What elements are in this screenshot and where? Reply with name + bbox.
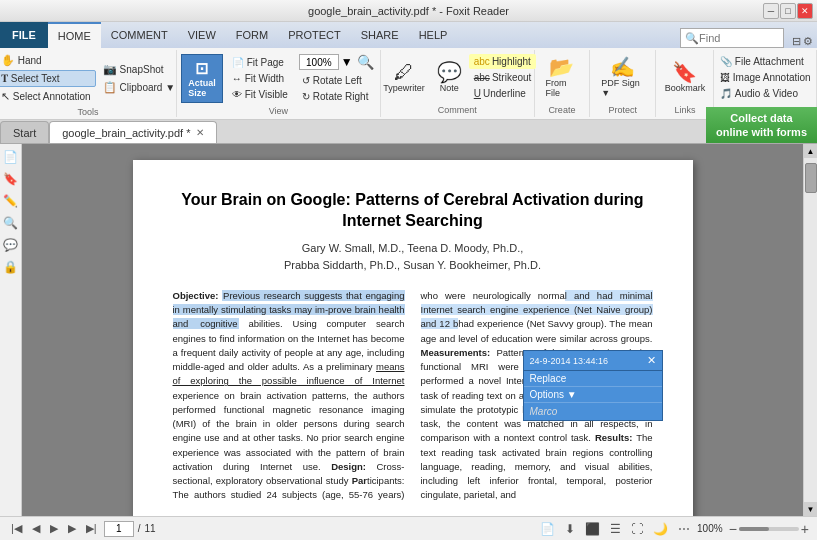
popup-close-btn[interactable]: ✕ (647, 354, 656, 367)
play-btn[interactable]: ▶ (47, 521, 61, 536)
view-label: View (269, 104, 288, 116)
image-annotation-button[interactable]: 🖼 Image Annotation (715, 70, 816, 85)
snapshot-icon: 📷 (103, 63, 117, 76)
abstract-label: Objective: (173, 290, 219, 301)
protect-group: ✍ PDF Sign ▼ Protect (590, 50, 656, 117)
comment-menu[interactable]: COMMENT (101, 22, 178, 48)
file-menu[interactable]: FILE (0, 22, 48, 48)
page-total-display: 100% (697, 523, 723, 534)
snapshot-button[interactable]: 📷 SnapShot (98, 61, 180, 78)
status-page-view-icon[interactable]: 📄 (537, 521, 558, 537)
create-group: 📂 From File Create (535, 50, 591, 117)
pdf-sign-icon: ✍ (610, 57, 635, 77)
status-more-icon[interactable]: ⋯ (675, 521, 693, 537)
tab-close-icon[interactable]: ✕ (196, 127, 204, 138)
sidebar-search-icon[interactable]: 🔍 (2, 214, 20, 232)
select-text-button[interactable]: 𝐓 Select Text (0, 70, 96, 87)
insert-buttons: 📎 File Attachment 🖼 Image Annotation 🎵 A… (715, 52, 816, 103)
fit-visible-button[interactable]: 👁 Fit Visible (227, 87, 293, 102)
actual-size-icon: ⊡ (195, 59, 208, 78)
popup-replace-row: Replace (524, 371, 662, 387)
annotation-popup: 24-9-2014 13:44:16 ✕ Replace Options ▼ M… (523, 350, 663, 421)
window-controls: ─ □ ✕ (763, 3, 813, 19)
next-page-btn[interactable]: ▶ (65, 521, 79, 536)
strikeout-button[interactable]: abc Strikeout (469, 70, 537, 85)
close-button[interactable]: ✕ (797, 3, 813, 19)
rotate-left-button[interactable]: ↺ Rotate Left (297, 73, 376, 88)
highlight-button[interactable]: abc Highlight (469, 54, 537, 69)
prev-page-btn[interactable]: ◀ (29, 521, 43, 536)
from-file-button[interactable]: 📂 From File (541, 54, 584, 101)
actual-size-button[interactable]: ⊡ Actual Size (181, 54, 223, 103)
results-label: Results: (595, 432, 632, 443)
menu-tabs: FILE HOME COMMENT VIEW FORM PROTECT SHAR… (0, 22, 817, 48)
rotate-right-button[interactable]: ↻ Rotate Right (297, 89, 376, 104)
help-menu[interactable]: HELP (409, 22, 458, 48)
options-label: Options ▼ (530, 389, 656, 400)
first-page-btn[interactable]: |◀ (8, 521, 25, 536)
ribbon-minimize-icon[interactable]: ⊟ (792, 35, 801, 48)
pdf-area: Your Brain on Google: Patterns of Cerebr… (22, 144, 803, 516)
collect-data-button[interactable]: Collect dataonline with forms (706, 107, 817, 143)
form-menu[interactable]: FORM (226, 22, 278, 48)
scroll-down-btn[interactable]: ▼ (804, 502, 818, 516)
popup-options-row: Options ▼ (524, 387, 662, 403)
scroll-up-btn[interactable]: ▲ (804, 144, 818, 158)
note-button[interactable]: 💬 Note (432, 59, 467, 96)
zoom-out-btn[interactable]: − (729, 521, 737, 537)
fit-page-button[interactable]: 📄 Fit Page (227, 55, 293, 70)
view-menu[interactable]: VIEW (178, 22, 226, 48)
view-buttons: ⊡ Actual Size 📄 Fit Page ↔ Fit Width 👁 F… (181, 52, 376, 104)
clipboard-button[interactable]: 📋 Clipboard ▼ (98, 79, 180, 96)
scroll-track[interactable] (804, 158, 818, 502)
window-btn-group: ─ □ ✕ (763, 3, 813, 19)
sidebar-comment-icon[interactable]: 💬 (2, 236, 20, 254)
audio-video-button[interactable]: 🎵 Audio & Video (715, 86, 816, 101)
home-menu[interactable]: HOME (48, 22, 101, 48)
minimize-button[interactable]: ─ (763, 3, 779, 19)
status-continuous-icon[interactable]: ☰ (607, 521, 624, 537)
sidebar-security-icon[interactable]: 🔒 (2, 258, 20, 276)
page-separator: / (138, 523, 141, 534)
protect-menu[interactable]: PROTECT (278, 22, 351, 48)
underline-icon: U (474, 88, 481, 99)
zoom-in-btn[interactable]: + (801, 521, 809, 537)
rotate-left-icon: ↺ (302, 75, 310, 86)
zoom-input[interactable] (299, 54, 339, 70)
bookmark-button[interactable]: 🔖 Bookmark (660, 59, 711, 96)
comment-group: 🖊 Typewriter 💬 Note abc Highlight abc St… (381, 50, 535, 117)
file-attachment-button[interactable]: 📎 File Attachment (715, 54, 816, 69)
highlight-3: l and had minimal Internet search engine… (421, 290, 653, 330)
underline-button[interactable]: U Underline (469, 86, 537, 101)
ribbon-options-icon[interactable]: ⚙ (803, 35, 813, 48)
zoom-slider[interactable] (739, 527, 799, 531)
typewriter-button[interactable]: 🖊 Typewriter (378, 59, 430, 96)
tab-start[interactable]: Start (0, 121, 49, 143)
popup-datetime: 24-9-2014 13:44:16 (530, 356, 609, 366)
zoom-control: 100% − + (697, 521, 809, 537)
maximize-button[interactable]: □ (780, 3, 796, 19)
hand-button[interactable]: ✋ Hand (0, 52, 96, 69)
select-annotation-button[interactable]: ↖ Select Annotation (0, 88, 96, 105)
status-night-icon[interactable]: 🌙 (650, 521, 671, 537)
status-scroll-icon[interactable]: ⬇ (562, 521, 578, 537)
page-number-input[interactable] (104, 521, 134, 537)
status-two-page-icon[interactable]: ⬛ (582, 521, 603, 537)
sidebar-annotation-icon[interactable]: ✏️ (2, 192, 20, 210)
sidebar-left: 📄 🔖 ✏️ 🔍 💬 🔒 (0, 144, 22, 516)
sidebar-page-icon[interactable]: 📄 (2, 148, 20, 166)
last-page-btn[interactable]: ▶| (83, 521, 100, 536)
search-input[interactable] (699, 32, 779, 44)
zoom-dropdown-btn[interactable]: ▼ (341, 55, 353, 69)
status-fullscreen-icon[interactable]: ⛶ (628, 521, 646, 537)
zoom-in-btn[interactable]: 🔍 (357, 54, 374, 70)
fit-width-button[interactable]: ↔ Fit Width (227, 71, 293, 86)
cursor-icon: 𝐓 (1, 72, 8, 85)
sidebar-bookmark-icon[interactable]: 🔖 (2, 170, 20, 188)
scroll-thumb[interactable] (805, 163, 817, 193)
create-label: Create (548, 103, 575, 115)
search-box[interactable]: 🔍 (680, 28, 784, 48)
tab-document[interactable]: google_brain_activity.pdf * ✕ (49, 121, 217, 143)
share-menu[interactable]: SHARE (351, 22, 409, 48)
pdf-sign-button[interactable]: ✍ PDF Sign ▼ (596, 54, 649, 101)
